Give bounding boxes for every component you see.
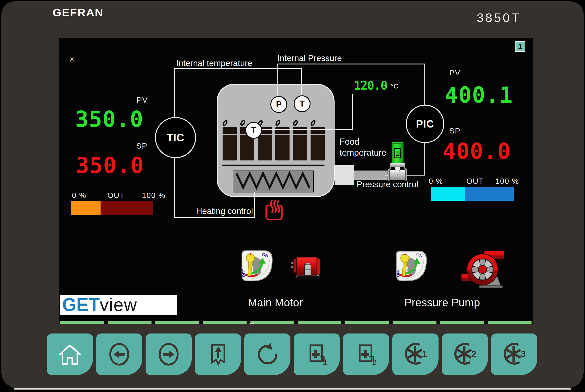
- pic-pv-value: 400.1: [438, 82, 513, 108]
- pressure-valve-icon: [388, 141, 407, 181]
- next-page-key[interactable]: [146, 334, 192, 375]
- page-up-key[interactable]: [195, 334, 241, 375]
- star-key-3[interactable]: 3: [491, 334, 537, 375]
- strip-segment: [155, 321, 199, 324]
- pic-out-label: OUT: [466, 177, 484, 186]
- tic-out-100-label: 100 %: [142, 191, 166, 200]
- asterisk-1-icon: 1: [402, 341, 429, 368]
- svg-text:2: 2: [372, 358, 376, 366]
- prev-page-key[interactable]: [96, 334, 142, 375]
- tic-pv-label: PV: [137, 96, 148, 104]
- food-temp-value: 120.0: [354, 79, 387, 92]
- pic-sp-value[interactable]: 400.0: [436, 138, 511, 164]
- tic-sp-value[interactable]: 350.0: [69, 153, 144, 178]
- svg-text:1: 1: [422, 349, 427, 359]
- pic-out-0-label: 0 %: [429, 177, 443, 186]
- food-temperature-sensor-icon: T: [245, 122, 262, 139]
- star-key-1[interactable]: 1: [392, 334, 439, 375]
- brand-logo: GEFRAN: [52, 6, 103, 19]
- getview-logo-view: view: [100, 295, 137, 315]
- tic-sp-label: SP: [136, 142, 147, 150]
- switch-off-label: OFF: [242, 269, 246, 277]
- temperature-sensor-icon: T: [294, 95, 311, 112]
- pic-sp-label: SP: [449, 126, 461, 135]
- main-motor-key-switch[interactable]: ON OFF: [241, 250, 274, 282]
- getview-logo-get: GET: [62, 295, 100, 315]
- page-add-1-icon: 1: [303, 341, 330, 368]
- strip-segment: [298, 321, 342, 324]
- home-icon: [57, 341, 83, 368]
- svg-text:3: 3: [521, 349, 526, 359]
- tic-output-fill: [71, 201, 100, 215]
- hmi-screen: TIC PIC P T T ✳ Internal temperature Int…: [59, 38, 533, 324]
- pic-pv-label: PV: [449, 68, 461, 77]
- pic-tag: PIC: [416, 118, 434, 130]
- home-key[interactable]: [47, 334, 93, 375]
- function-key-1[interactable]: 1: [294, 334, 340, 375]
- internal-temperature-label: Internal temperature: [176, 58, 252, 68]
- tic-out-label: OUT: [107, 191, 125, 200]
- strip-segment: [393, 321, 437, 324]
- arrow-left-icon: [106, 341, 132, 368]
- asterisk-2-icon: 2: [452, 341, 478, 368]
- page-add-2-icon: 2: [353, 341, 379, 368]
- refresh-key[interactable]: [244, 334, 290, 375]
- pic-out-100-label: 100 %: [496, 177, 519, 186]
- wire-valve-to-pic: [406, 141, 424, 175]
- page-number-badge[interactable]: 1: [515, 41, 525, 52]
- strip-segment: [345, 321, 389, 324]
- strip-segment: [250, 321, 294, 324]
- pic-output-bar: [431, 187, 514, 201]
- device-panel: GEFRAN 3850T: [0, 0, 585, 392]
- food-temp-unit: °C: [391, 82, 399, 90]
- main-motor-icon: [291, 253, 325, 280]
- bezel-bottom-highlight: [14, 388, 571, 390]
- strip-segment: [108, 321, 151, 324]
- pressure-pump-key-switch[interactable]: ON OFF: [396, 249, 428, 283]
- membrane-key-row: 1 2 1 2: [47, 334, 537, 375]
- pressure-control-label: Pressure control: [357, 180, 418, 189]
- tic-out-0-label: 0 %: [72, 191, 86, 200]
- strip-segment: [203, 321, 247, 324]
- pic-output-fill: [431, 187, 465, 201]
- svg-text:1: 1: [323, 358, 327, 366]
- pressure-sensor-icon: P: [270, 96, 287, 113]
- svg-text:2: 2: [471, 349, 476, 359]
- getview-logo: GETview: [60, 295, 177, 315]
- tic-controller[interactable]: TIC: [155, 117, 196, 158]
- internal-pressure-label: Internal Pressure: [277, 54, 342, 63]
- tic-output-bar: [71, 201, 153, 215]
- tic-pv-value: 350.0: [68, 106, 143, 132]
- pressure-pump-icon: [461, 248, 504, 289]
- tic-tag: TIC: [167, 132, 184, 144]
- heating-control-label: Heating control: [196, 206, 253, 216]
- food-temperature-label: Food temperature: [340, 136, 386, 158]
- rotate-ccw-icon: [254, 341, 281, 368]
- pixel-artifact: [250, 323, 251, 324]
- strip-segment: [488, 321, 532, 324]
- switch-off-label: OFF: [396, 270, 400, 277]
- page-up-icon: [205, 341, 231, 368]
- arrow-right-icon: [155, 341, 182, 368]
- strip-segment: [60, 321, 104, 324]
- touch-marker-icon: ✳: [69, 56, 74, 63]
- star-key-2[interactable]: 2: [442, 334, 488, 375]
- pressure-pump-label: Pressure Pump: [397, 296, 488, 309]
- pic-controller[interactable]: PIC: [406, 105, 444, 143]
- heating-active-icon: [262, 200, 284, 221]
- model-number: 3850T: [477, 10, 521, 25]
- strip-segment: [440, 321, 484, 324]
- asterisk-3-icon: 3: [501, 341, 528, 368]
- page-strip: [60, 321, 532, 324]
- main-motor-label: Main Motor: [230, 296, 321, 309]
- function-key-2[interactable]: 2: [343, 334, 389, 375]
